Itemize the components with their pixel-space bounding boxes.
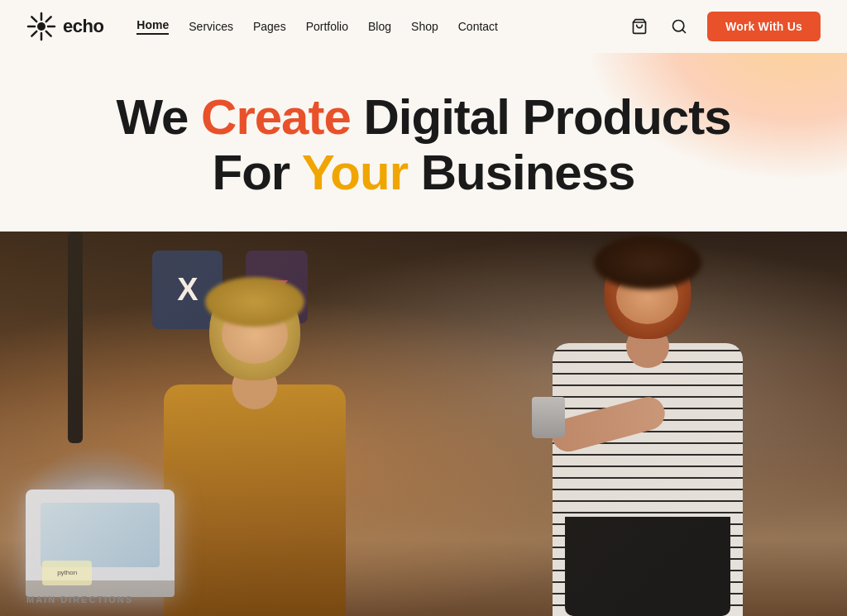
header-actions: Work With Us <box>628 12 821 41</box>
site-header: echo Home Services Pages Portfolio Blog … <box>0 0 847 53</box>
sticker1: python <box>42 561 92 585</box>
dark-pants <box>565 517 730 616</box>
nav-item-shop[interactable]: Shop <box>411 20 438 33</box>
logo-icon <box>26 12 56 41</box>
logo[interactable]: echo <box>26 12 103 41</box>
nav-item-contact[interactable]: Contact <box>458 20 498 33</box>
hero-image: X <box>0 232 847 616</box>
hair-curls <box>205 277 304 327</box>
main-directions-label: MAIN DIRECTIONS <box>26 595 133 604</box>
work-with-us-button[interactable]: Work With Us <box>707 12 821 41</box>
search-icon <box>671 18 687 35</box>
nav-item-home[interactable]: Home <box>136 18 169 35</box>
cart-icon <box>631 18 648 35</box>
nav-item-services[interactable]: Services <box>189 20 233 33</box>
logo-text: echo <box>63 16 103 37</box>
nav-item-portfolio[interactable]: Portfolio <box>306 20 348 33</box>
hero-line1-accent: Create <box>201 89 351 145</box>
svg-line-11 <box>682 30 686 33</box>
hero-section: We Create Digital Products For Your Busi… <box>0 64 847 200</box>
hero-line2-post: Business <box>408 145 634 200</box>
svg-line-7 <box>46 17 51 21</box>
screen-content <box>41 503 160 566</box>
hero-line2: For Your Business <box>213 145 635 200</box>
hero-line1-post: Digital Products <box>351 89 731 145</box>
svg-line-8 <box>31 31 36 36</box>
hero-line2-accent: Your <box>302 145 408 200</box>
cart-button[interactable] <box>628 15 651 38</box>
nav-item-pages[interactable]: Pages <box>253 20 286 33</box>
hero-image-section: X <box>0 232 847 616</box>
svg-line-5 <box>31 17 36 21</box>
pipe-decoration <box>68 232 83 443</box>
hero-line1-pre: We <box>116 89 201 145</box>
main-nav: Home Services Pages Portfolio Blog Shop … <box>136 18 498 35</box>
hero-line2-pre: For <box>213 145 302 200</box>
svg-point-0 <box>37 22 45 31</box>
hero-line1: We Create Digital Products <box>116 89 730 145</box>
cup <box>532 397 565 438</box>
hair2-curls <box>594 236 701 289</box>
person-standing <box>490 252 805 616</box>
hero-title: We Create Digital Products For Your Busi… <box>17 89 830 200</box>
search-button[interactable] <box>668 15 691 38</box>
nav-item-blog[interactable]: Blog <box>368 20 391 33</box>
svg-line-6 <box>46 31 51 36</box>
person-body <box>164 384 346 616</box>
